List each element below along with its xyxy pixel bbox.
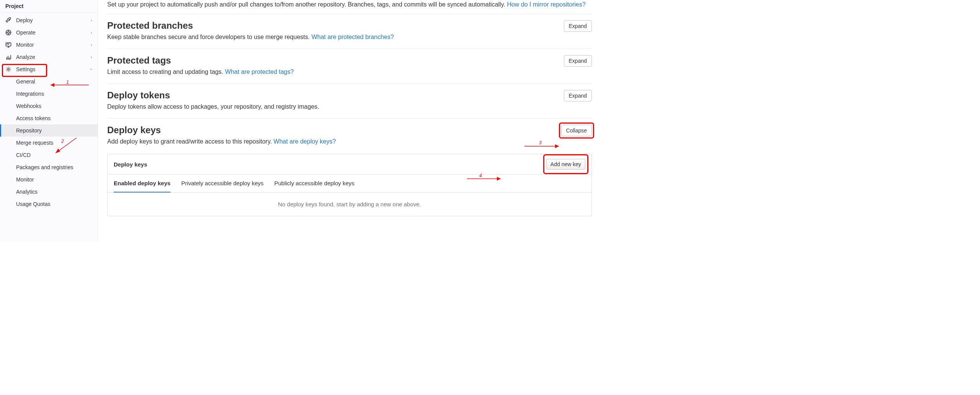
section-title: Protected tags: [107, 55, 294, 66]
chevron-right-icon: ›: [91, 30, 92, 35]
deploy-keys-empty-state: No deploy keys found, start by adding a …: [108, 193, 591, 216]
annotation-highlight-add-key: [543, 154, 588, 174]
operate-icon: [5, 29, 11, 36]
annotation-highlight-collapse: [559, 122, 594, 139]
sidebar-sub-repository[interactable]: Repository: [0, 124, 98, 137]
section-desc-text: Add deploy keys to grant read/write acce…: [107, 138, 274, 145]
expand-protected-tags-button[interactable]: Expand: [564, 55, 592, 67]
expand-protected-branches-button[interactable]: Expand: [564, 20, 592, 32]
sidebar-sub-packages[interactable]: Packages and registries: [0, 161, 98, 173]
sidebar-item-deploy[interactable]: Deploy ›: [0, 14, 98, 26]
main-content: Set up your project to automatically pus…: [98, 0, 597, 242]
section-title: Deploy tokens: [107, 90, 319, 101]
section-deploy-tokens: Deploy tokens Deploy tokens allow access…: [107, 83, 592, 118]
svg-point-0: [9, 19, 10, 20]
expand-deploy-tokens-button[interactable]: Expand: [564, 90, 592, 101]
svg-point-2: [8, 32, 10, 34]
chevron-right-icon: ›: [91, 18, 92, 23]
sidebar-sub-usage-quotas[interactable]: Usage Quotas: [0, 198, 98, 210]
sidebar-item-label: Analyze: [16, 54, 35, 60]
deploy-keys-panel: Deploy keys Add new key Enabled deploy k…: [107, 154, 592, 216]
tab-enabled-keys[interactable]: Enabled deploy keys: [114, 175, 170, 193]
protected-branches-link[interactable]: What are protected branches?: [312, 34, 394, 40]
section-title: Deploy keys: [107, 125, 336, 135]
sidebar-sub-access-tokens[interactable]: Access tokens: [0, 112, 98, 124]
chevron-right-icon: ›: [91, 42, 92, 47]
deploy-keys-tabs: Enabled deploy keys Privately accessible…: [108, 175, 591, 193]
sidebar: Project Deploy › Operate ›: [0, 0, 98, 242]
mirroring-intro: Set up your project to automatically pus…: [107, 0, 592, 14]
sidebar-sub-webhooks[interactable]: Webhooks: [0, 100, 98, 112]
sidebar-item-monitor[interactable]: Monitor ›: [0, 39, 98, 51]
section-protected-tags: Protected tags Limit access to creating …: [107, 49, 592, 83]
section-desc-text: Keep stable branches secure and force de…: [107, 34, 312, 40]
sidebar-sub-cicd[interactable]: CI/CD: [0, 149, 98, 161]
analyze-icon: [5, 54, 11, 60]
tab-private-keys[interactable]: Privately accessible deploy keys: [181, 175, 263, 193]
sidebar-item-operate[interactable]: Operate ›: [0, 26, 98, 39]
section-deploy-keys: Deploy keys Add deploy keys to grant rea…: [107, 118, 592, 223]
sidebar-header: Project: [0, 0, 98, 13]
sidebar-item-label: Operate: [16, 29, 36, 36]
section-desc-text: Deploy tokens allow access to packages, …: [107, 102, 319, 111]
sidebar-item-label: Deploy: [16, 17, 33, 23]
chevron-right-icon: ›: [91, 55, 92, 59]
svg-point-4: [8, 69, 9, 70]
sidebar-sub-merge-requests[interactable]: Merge requests: [0, 137, 98, 149]
sidebar-item-analyze[interactable]: Analyze ›: [0, 51, 98, 63]
sidebar-sub-monitor[interactable]: Monitor: [0, 173, 98, 186]
monitor-icon: [5, 42, 11, 48]
panel-title: Deploy keys: [114, 161, 147, 168]
mirror-help-link[interactable]: How do I mirror repositories?: [507, 1, 585, 8]
sidebar-item-label: Monitor: [16, 42, 34, 48]
sidebar-item-settings[interactable]: Settings ›: [0, 63, 98, 75]
section-protected-branches: Protected branches Keep stable branches …: [107, 14, 592, 49]
sidebar-sub-integrations[interactable]: Integrations: [0, 88, 98, 100]
section-desc-text: Limit access to creating and updating ta…: [107, 69, 225, 75]
sidebar-item-label: Settings: [16, 66, 36, 72]
protected-tags-link[interactable]: What are protected tags?: [225, 69, 294, 75]
chevron-down-icon: ›: [89, 69, 94, 70]
deploy-keys-link[interactable]: What are deploy keys?: [274, 138, 336, 145]
rocket-icon: [5, 17, 11, 23]
gear-icon: [5, 66, 11, 72]
tab-public-keys[interactable]: Publicly accessible deploy keys: [274, 175, 354, 193]
section-title: Protected branches: [107, 20, 394, 31]
sidebar-sub-analytics[interactable]: Analytics: [0, 186, 98, 198]
sidebar-sub-general[interactable]: General: [0, 75, 98, 88]
